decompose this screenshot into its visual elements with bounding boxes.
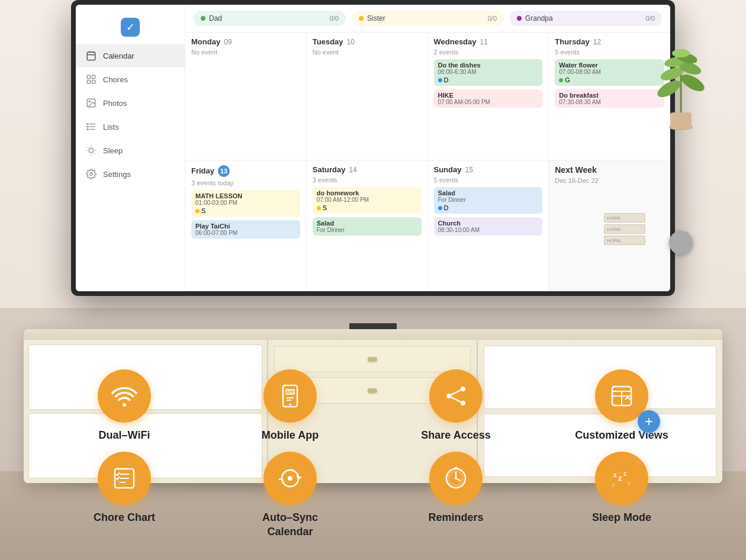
sidebar-item-calendar[interactable]: Calendar xyxy=(76,44,185,67)
sat-event1-person: S xyxy=(323,204,327,211)
friday-events: 3 events today xyxy=(191,179,300,186)
app-label: Mobile App xyxy=(262,429,319,442)
tuesday-num: 10 xyxy=(347,38,355,46)
svg-point-41 xyxy=(446,394,451,398)
friday-name: Friday xyxy=(191,166,214,175)
sleep-circle: z z z z z xyxy=(595,452,648,505)
sunday-event-1[interactable]: Salad For Dinner D xyxy=(434,187,543,214)
friday-event-1[interactable]: MATH LESSON 01:00-03:00 PM S xyxy=(191,190,300,217)
fri-event2-title: Play TaiChi xyxy=(195,223,296,230)
svg-text:z: z xyxy=(623,471,626,477)
thursday-num: 12 xyxy=(593,38,601,46)
smart-device xyxy=(669,231,693,255)
day-wednesday[interactable]: Wednesday 11 2 events Do the dishes 06:0… xyxy=(428,33,549,160)
day-thursday[interactable]: Thursday 12 5 events Water flower 07:00-… xyxy=(549,33,670,160)
fri-event1-time: 01:00-03:00 PM xyxy=(195,199,296,206)
svg-point-9 xyxy=(89,101,90,102)
feature-sync: Auto–Sync Calendar xyxy=(225,452,355,539)
svg-text:z: z xyxy=(612,482,615,488)
thursday-event-2[interactable]: Do breakfast 07:30-08:30 AM xyxy=(555,89,664,108)
members-bar: Dad 0/0 Sister 0/0 Grandpa 0/0 xyxy=(185,5,670,33)
saturday-events: 3 events xyxy=(313,176,422,184)
sister-name: Sister xyxy=(367,14,488,22)
sunday-event-2[interactable]: Church 08:30-10:00 AM xyxy=(434,217,543,236)
grandpa-name: Grandpa xyxy=(525,14,646,22)
sleep-mode-label: Sleep Mode xyxy=(592,511,651,524)
thu-event1-assignee: G xyxy=(559,76,660,83)
sidebar-item-lists[interactable]: Lists xyxy=(76,115,185,139)
wednesday-event-2[interactable]: HIKE 07:00 AM-05:00 PM xyxy=(434,89,543,108)
svg-point-54 xyxy=(288,476,292,481)
wed-event2-time: 07:00 AM-05:00 PM xyxy=(438,99,539,105)
sat-event1-time: 07:00 AM-12:00 PM xyxy=(317,197,417,203)
fri-event1-dot xyxy=(195,209,200,213)
day-friday[interactable]: Friday 13 3 events today MATH LESSON 01:… xyxy=(185,160,307,291)
sidebar-item-sleep[interactable]: Sleep xyxy=(76,139,185,162)
wed-event1-assignee: D xyxy=(438,76,539,83)
saturday-event-1[interactable]: do homework 07:00 AM-12:00 PM S xyxy=(313,187,422,214)
member-chip-dad[interactable]: Dad 0/0 xyxy=(194,11,346,26)
thu-event1-dot xyxy=(559,78,563,82)
friday-event-2[interactable]: Play TaiChi 06:00-07:00 PM xyxy=(191,220,300,239)
thu-event2-title: Do breakfast xyxy=(559,92,660,99)
sun-event2-time: 08:30-10:00 AM xyxy=(438,227,539,233)
monday-header: Monday 09 xyxy=(191,37,300,46)
feature-sleep: z z z z z Sleep Mode xyxy=(557,452,687,539)
feature-chore: Chore Chart xyxy=(59,452,189,539)
day-sunday[interactable]: Sunday 15 5 events Salad For Dinner D Ch… xyxy=(428,160,549,291)
day-tuesday[interactable]: Tuesday 10 No event xyxy=(307,33,428,160)
member-chip-sister[interactable]: Sister 0/0 xyxy=(352,11,504,26)
share-circle xyxy=(429,369,483,423)
wed-event1-time: 06:00-6:30 AM xyxy=(438,69,539,75)
sun-event1-title: Salad xyxy=(438,189,539,197)
svg-rect-14 xyxy=(87,126,88,127)
fab-button[interactable]: + xyxy=(638,410,660,433)
svg-line-20 xyxy=(94,153,95,154)
svg-text:z: z xyxy=(618,474,622,482)
sunday-header: Sunday 15 xyxy=(434,165,543,174)
wed-event1-dot xyxy=(438,78,442,82)
thursday-event-1[interactable]: Water flower 07:00-08:00 AM G xyxy=(555,59,664,86)
next-week-range: Dec 16-Dec 22 xyxy=(555,177,664,184)
sidebar-item-chores[interactable]: Chores xyxy=(76,67,185,91)
chores-icon xyxy=(85,73,97,85)
share-label: Share Access xyxy=(421,429,490,442)
tuesday-name: Tuesday xyxy=(313,37,343,46)
sun-event1-person: D xyxy=(444,204,449,211)
saturday-num: 14 xyxy=(349,166,356,174)
wednesday-event-1[interactable]: Do the dishes 06:00-6:30 AM D xyxy=(434,59,543,86)
monday-num: 09 xyxy=(224,38,231,46)
sidebar-item-settings[interactable]: Settings xyxy=(76,162,185,186)
svg-rect-7 xyxy=(92,81,95,83)
thu-event1-time: 07:00-08:00 AM xyxy=(559,69,660,75)
sidebar-item-photos[interactable]: Photos xyxy=(76,91,185,115)
calendar-icon xyxy=(85,50,97,62)
books-stack: HORA HORA HORA xyxy=(604,213,645,245)
feature-app: APP Mobile App xyxy=(225,369,355,442)
svg-point-16 xyxy=(89,148,94,153)
svg-line-44 xyxy=(451,397,461,402)
wed-event2-title: HIKE xyxy=(438,92,539,99)
svg-point-39 xyxy=(289,403,291,405)
sat-event1-title: do homework xyxy=(317,189,417,197)
day-monday[interactable]: Monday 09 No event xyxy=(185,33,307,160)
saturday-event-2[interactable]: Salad For Dinner xyxy=(313,217,422,236)
sat-event1-assignee: S xyxy=(317,204,417,211)
features-row-2: Chore Chart Auto–Sync Calendar xyxy=(0,452,746,539)
fri-event1-title: MATH LESSON xyxy=(195,192,296,199)
svg-point-27 xyxy=(657,77,683,100)
svg-rect-13 xyxy=(87,124,88,125)
svg-point-28 xyxy=(679,71,705,94)
thursday-events: 5 events xyxy=(555,49,664,56)
app-circle: APP xyxy=(263,369,317,423)
sidebar-label-calendar: Calendar xyxy=(103,52,134,60)
day-saturday[interactable]: Saturday 14 3 events do homework 07:00 A… xyxy=(307,160,428,291)
svg-point-33 xyxy=(672,49,690,57)
decorative-plant xyxy=(657,36,705,133)
sync-circle xyxy=(263,452,317,505)
tuesday-events: No event xyxy=(313,49,422,56)
member-chip-grandpa[interactable]: Grandpa 0/0 xyxy=(510,11,662,26)
wifi-label: Dual–WiFi xyxy=(99,429,150,442)
features-section: Dual–WiFi APP Mobile App xyxy=(0,335,746,560)
svg-rect-5 xyxy=(92,75,95,78)
